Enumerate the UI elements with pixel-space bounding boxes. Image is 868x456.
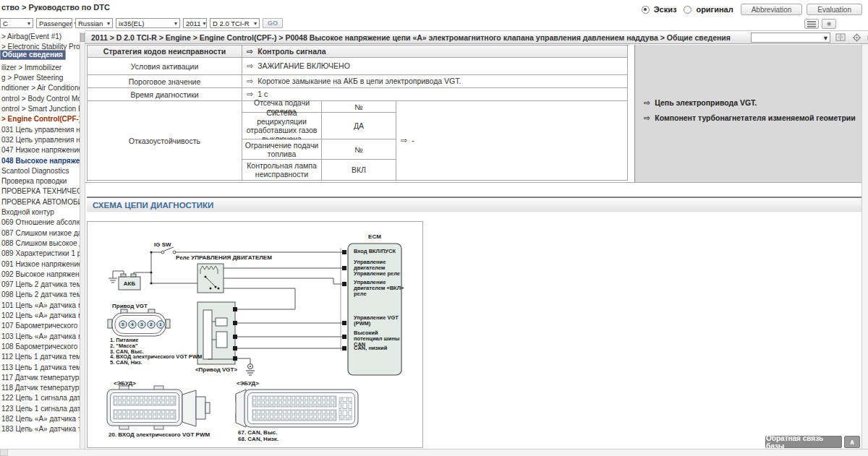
table-label-cell: Время диагностики	[88, 88, 242, 101]
ig-sw-label: IG SW	[154, 241, 171, 248]
sidebar-item-label: 118 Датчик температуры ох	[1, 384, 80, 392]
scroll-to-top-button[interactable]: ∧	[844, 436, 860, 448]
horizontal-scrollbar[interactable]	[0, 449, 868, 456]
vehicle-type-select[interactable]: Passenger ▾	[36, 18, 72, 28]
sidebar-item-label: 048 Высокое напряжение ц	[1, 157, 80, 165]
ecm-label: ECM	[348, 233, 401, 240]
sidebar-item[interactable]: 183 Цепь «А» датчика темп	[0, 424, 80, 434]
list-view-button[interactable]	[804, 19, 819, 29]
sidebar-item[interactable]: Входной контур	[0, 207, 80, 218]
manual-select[interactable]: C ▾	[0, 18, 33, 28]
table-value-cell: ⇨ЗАЖИГАНИЕ ВКЛЮЧЕНО	[242, 58, 628, 75]
sidebar-item[interactable]: 108 Барометрического давл	[0, 342, 80, 352]
sidebar-item[interactable]: 112 Цепь 1 датчика темпер	[0, 352, 80, 362]
sidebar-item[interactable]: ilizer > Immobilizer	[0, 63, 80, 73]
vgt-pin-item: 5. CAN, Низ.	[110, 360, 202, 366]
related-item: ⇨ Цепь электропривода VGT.	[644, 98, 861, 108]
sidebar-item-label: 108 Барометрического давл	[1, 343, 80, 350]
sidebar-item[interactable]: 048 Высокое напряжение ц	[0, 156, 80, 166]
sidebar-item[interactable]: 098 Цепь 2 датчика темпер	[0, 290, 80, 300]
sidebar-item-label: 092 Высокое напряжение в	[1, 270, 80, 278]
sidebar-item-label: ilizer > Immobilizer	[1, 64, 61, 72]
sidebar-item-label: 047 Низкое напряжение це	[1, 146, 80, 154]
sidebar-item[interactable]: 031 Цепь управления нагре	[0, 125, 80, 135]
sidebar-item[interactable]: 047 Низкое напряжение це	[0, 145, 80, 155]
sidebar-item[interactable]: 113 Цепь 1 датчика темпер	[0, 363, 80, 373]
book-icon[interactable]	[835, 33, 846, 42]
sidebar-item[interactable]: Scantool Diagnostics	[0, 166, 80, 176]
scrollbar-corner	[0, 449, 8, 456]
bookmark-button[interactable]: ✱	[822, 19, 836, 29]
ebud-right-note-1: 67. CAN, Выс.	[238, 429, 277, 436]
feedback-button[interactable]: Обратная связь базы	[765, 436, 842, 448]
sidebar-item[interactable]: > Engine Control(CPF-)	[0, 114, 80, 124]
vgt-connector-label: Привод VGT	[112, 303, 148, 309]
sidebar-item[interactable]: Проверка проводки	[0, 176, 80, 186]
year-select[interactable]: 2011 ▾	[183, 18, 207, 28]
failsafe-item-cell: Ограничение подачи топлива	[242, 139, 322, 160]
settings-gear-icon[interactable]	[851, 33, 862, 42]
sidebar-item[interactable]: 182 Цепь «А» датчика темп	[0, 414, 80, 424]
arrow-icon: ⇨	[247, 77, 253, 85]
history-select[interactable]: ▾	[751, 33, 830, 43]
sidebar-item-label: 089 Характеристики 1 регул	[1, 249, 80, 257]
sidebar-item[interactable]: 107 Барометрического давл	[0, 321, 80, 331]
sidebar-item[interactable]: g > Power Steering	[0, 73, 80, 83]
sidebar-item[interactable]: 069 Отношение абсолютног	[0, 218, 80, 228]
table-label-cell: Условия активации	[88, 58, 242, 75]
sidebar-item[interactable]: 103 Цепь «А» датчика масс	[0, 332, 80, 342]
sidebar-item[interactable]: 087 Слишком низкое давле	[0, 228, 80, 238]
ecm-pin-label: CAN, низкий	[354, 345, 404, 351]
sidebar-item-label: 069 Отношение абсолютног	[1, 218, 80, 226]
sidebar-item[interactable]: 117 Датчик температуры ох	[0, 373, 80, 383]
ecm-pin-label: Управление двигателем «ВКЛ» реле	[354, 280, 404, 297]
failsafe-value-cell: №	[322, 139, 396, 160]
sidebar-item[interactable]: 122 Цепь 1 сигнала датчика	[0, 393, 80, 403]
engine-select[interactable]: D 2.0 TCI-R ▾	[210, 18, 260, 28]
sidebar-item[interactable]: 091 Низкое напряжение в ц	[0, 259, 80, 270]
arrow-icon: ⇨	[247, 47, 253, 56]
sidebar-item[interactable]: 118 Датчик температуры ох	[0, 383, 80, 393]
vertical-scrollbar[interactable]	[861, 44, 868, 449]
language-select[interactable]: Russian ▾	[75, 18, 113, 28]
sidebar-item[interactable]: 092 Высокое напряжение в	[0, 270, 80, 280]
table-label-cell: Пороговое значение	[88, 75, 242, 88]
sidebar-scrollbar[interactable]	[80, 32, 85, 449]
battery-label: АКБ	[119, 280, 140, 287]
sidebar-item-label: nditioner > Air Conditioner(EU	[1, 84, 80, 92]
arrow-icon: ⇨	[644, 98, 650, 108]
sketch-radio[interactable]	[642, 6, 650, 14]
sidebar-item[interactable]: 123 Цепь 1 сигнала датчика	[0, 404, 80, 414]
sidebar-item[interactable]: ontrol > Smart Junction Bloc	[0, 104, 80, 114]
chevron-down-icon: ▾	[27, 20, 30, 27]
go-button[interactable]: GO	[263, 18, 283, 28]
hamburger-icon	[807, 21, 816, 27]
sidebar-item-label: 122 Цепь 1 сигнала датчика	[1, 394, 80, 402]
chevron-down-icon: ▾	[824, 33, 827, 42]
sidebar-item[interactable]: > Airbag(Event #1)	[0, 32, 80, 42]
sidebar-item[interactable]: nditioner > Air Conditioner(EU	[0, 83, 80, 93]
evaluation-button[interactable]: Evaluation	[807, 4, 862, 15]
sidebar-item[interactable]: ontrol > Body Control Module	[0, 94, 80, 104]
sidebar-scroll-thumb[interactable]	[80, 33, 85, 42]
abbreviation-button[interactable]: Abbreviation	[741, 4, 803, 15]
original-radio[interactable]	[684, 6, 692, 14]
sidebar-item-label: 113 Цепь 1 датчика темпер	[1, 363, 80, 371]
sidebar-item[interactable]: ПРОВЕРКА ТЕХНИЧЕСКОГ	[0, 186, 80, 197]
sidebar-item-label: 097 Цепь 2 датчика темпер	[1, 280, 80, 288]
sidebar-item[interactable]: 097 Цепь 2 датчика темпер	[0, 280, 80, 290]
vgt-pin-list: 1. Питание2. "Масса"3. CAN, Выс.4. ВХОД …	[110, 337, 202, 366]
chevron-down-icon: ▾	[174, 20, 177, 27]
ebud-left-label: <ЭБУД>	[114, 380, 136, 387]
sidebar-item[interactable]: 101 Цепь «А» датчика масс	[0, 301, 80, 311]
sidebar-item[interactable]: 089 Характеристики 1 регул	[0, 249, 80, 259]
sidebar-item[interactable]: Общие сведения	[0, 50, 66, 60]
sidebar-item-label: 123 Цепь 1 сигнала датчика	[1, 405, 80, 413]
model-select[interactable]: ix35(EL) ▾	[116, 18, 180, 28]
sidebar-item[interactable]: 088 Слишком высокое давл	[0, 238, 80, 249]
sidebar-item[interactable]: 102 Цепь «А» датчика масс	[0, 311, 80, 321]
arrow-icon: ⇨	[401, 136, 407, 145]
sidebar-item-label: Общие сведения	[2, 50, 63, 60]
sidebar-item[interactable]: ПРОВЕРКА АВТОМОБИЛЯ	[0, 197, 80, 207]
sidebar-item[interactable]: 032 Цепь управления нагре	[0, 135, 80, 145]
